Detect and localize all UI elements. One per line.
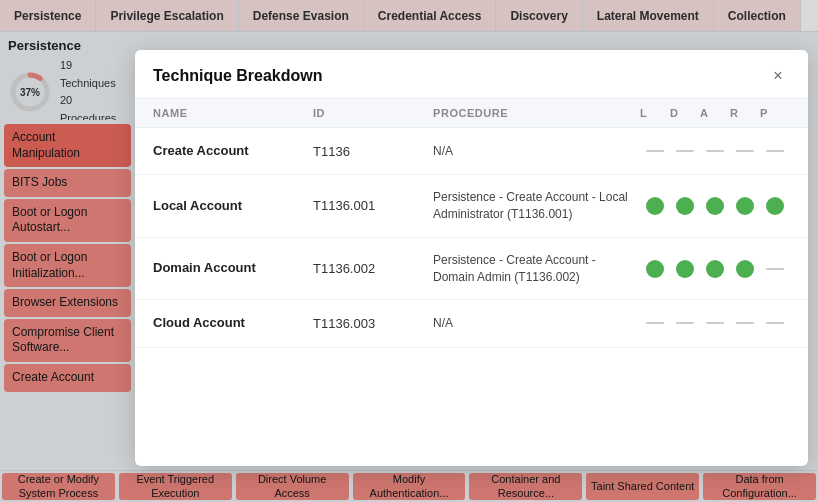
col-header-l: L (640, 107, 670, 119)
dash-icon (706, 322, 724, 324)
dash-icon (646, 322, 664, 324)
row-ind-a-1 (700, 197, 730, 215)
row-ind-l-0 (640, 150, 670, 152)
dash-icon (706, 150, 724, 152)
row-ind-r-1 (730, 197, 760, 215)
row-ind-r-2 (730, 260, 760, 278)
row-ind-p-0 (760, 150, 790, 152)
dash-icon (766, 322, 784, 324)
row-ind-l-3 (640, 322, 670, 324)
row-ind-a-3 (700, 322, 730, 324)
row-name-cloud-account: Cloud Account (153, 314, 313, 332)
table-row: Local Account T1136.001 Persistence - Cr… (135, 175, 808, 238)
dash-icon (676, 150, 694, 152)
row-ind-p-2 (760, 268, 790, 270)
row-ind-d-0 (670, 150, 700, 152)
row-proc-t1136: N/A (433, 143, 640, 160)
row-ind-l-1 (640, 197, 670, 215)
row-ind-d-3 (670, 322, 700, 324)
row-id-t1136-002: T1136.002 (313, 261, 433, 276)
table-row: Create Account T1136 N/A (135, 128, 808, 175)
modal-title: Technique Breakdown (153, 67, 323, 85)
dash-icon (736, 322, 754, 324)
modal-header: Technique Breakdown × (135, 50, 808, 99)
table-header-row: NAME ID PROCEDURE L D A R P (135, 99, 808, 128)
row-name-domain-account: Domain Account (153, 259, 313, 277)
row-name-create-account: Create Account (153, 142, 313, 160)
dash-icon (646, 150, 664, 152)
row-proc-t1136-003: N/A (433, 315, 640, 332)
row-id-t1136: T1136 (313, 144, 433, 159)
row-ind-a-0 (700, 150, 730, 152)
row-ind-d-1 (670, 197, 700, 215)
row-ind-p-1 (760, 197, 790, 215)
row-id-t1136-003: T1136.003 (313, 316, 433, 331)
col-header-d: D (670, 107, 700, 119)
col-header-a: A (700, 107, 730, 119)
row-proc-t1136-001: Persistence - Create Account - Local Adm… (433, 189, 640, 223)
dash-icon (766, 268, 784, 270)
col-header-procedure: PROCEDURE (433, 107, 640, 119)
row-name-local-account: Local Account (153, 197, 313, 215)
technique-breakdown-modal: Technique Breakdown × NAME ID PROCEDURE … (135, 50, 808, 466)
col-header-name: NAME (153, 107, 313, 119)
dot-icon (736, 260, 754, 278)
row-ind-a-2 (700, 260, 730, 278)
dash-icon (766, 150, 784, 152)
row-id-t1136-001: T1136.001 (313, 198, 433, 213)
row-ind-p-3 (760, 322, 790, 324)
dot-icon (676, 197, 694, 215)
dot-icon (706, 260, 724, 278)
table-row: Domain Account T1136.002 Persistence - C… (135, 238, 808, 301)
dot-icon (706, 197, 724, 215)
table-row: Cloud Account T1136.003 N/A (135, 300, 808, 347)
col-header-id: ID (313, 107, 433, 119)
close-icon: × (773, 67, 782, 85)
modal-table: NAME ID PROCEDURE L D A R P Create Accou… (135, 99, 808, 466)
row-ind-r-0 (730, 150, 760, 152)
row-ind-r-3 (730, 322, 760, 324)
row-proc-t1136-002: Persistence - Create Account - Domain Ad… (433, 252, 640, 286)
dot-icon (766, 197, 784, 215)
dot-icon (736, 197, 754, 215)
row-ind-d-2 (670, 260, 700, 278)
col-header-r: R (730, 107, 760, 119)
dash-icon (676, 322, 694, 324)
dot-icon (646, 197, 664, 215)
col-header-p: P (760, 107, 790, 119)
modal-close-button[interactable]: × (766, 64, 790, 88)
dot-icon (676, 260, 694, 278)
dash-icon (736, 150, 754, 152)
dot-icon (646, 260, 664, 278)
row-ind-l-2 (640, 260, 670, 278)
